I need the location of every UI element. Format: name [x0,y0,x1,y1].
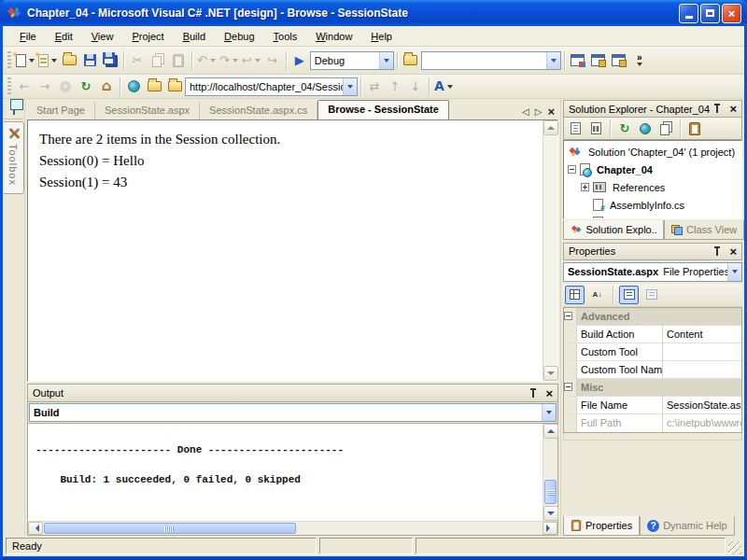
tab-class-view[interactable]: Class View [664,220,744,240]
output-channel-combo[interactable]: Build [29,403,557,422]
scroll-down-button[interactable] [543,506,558,521]
move-down-button[interactable]: ↓ [405,77,426,97]
menu-view[interactable]: View [82,28,123,45]
url-combo[interactable]: http://localhost/Chapter_04/SessionState… [185,77,358,96]
move-up-button[interactable]: ↑ [385,77,405,97]
start-debug-button[interactable]: ▶ [289,50,310,71]
show-all-files-button[interactable] [656,119,675,138]
menu-window[interactable]: Window [306,28,361,45]
menu-edit[interactable]: Edit [46,28,82,45]
add-item-button[interactable] [36,50,59,71]
new-project-button[interactable] [14,50,36,71]
cut-button[interactable]: ✂ [127,50,148,71]
property-row[interactable]: File Name SessionState.aspx [564,397,741,414]
properties-caption-bar[interactable]: Properties × [563,243,742,260]
properties-view-button[interactable] [619,286,639,304]
close-button[interactable]: × [722,4,741,23]
view-designer-button[interactable] [586,119,605,138]
combo-dropdown-button[interactable] [379,52,393,69]
minimize-button[interactable] [679,4,698,23]
pin-icon[interactable] [712,246,722,257]
output-text[interactable]: ---------------------- Done ------------… [28,424,543,521]
toolbox-tab[interactable]: Toolbox [4,121,24,194]
menu-debug[interactable]: Debug [215,28,263,45]
collapse-icon[interactable] [564,383,572,391]
collapse-icon[interactable] [568,165,576,174]
scroll-up-button[interactable] [543,120,558,135]
scroll-down-button[interactable] [543,366,558,381]
properties-button[interactable] [685,119,704,138]
collapse-icon[interactable] [564,312,572,320]
property-category-row[interactable]: Advanced [564,308,741,326]
tab-browse-sessionstate[interactable]: Browse - SessionState [317,100,449,119]
tab-solution-explorer[interactable]: Solution Explo... [563,220,664,240]
solution-configurations-combo[interactable]: Debug [310,51,394,70]
tab-start-page[interactable]: Start Page [27,102,95,119]
menu-help[interactable]: Help [361,28,402,45]
combo-dropdown-button[interactable] [546,52,560,69]
toolbox-toolbar-button[interactable] [609,50,629,71]
output-horizontal-scrollbar[interactable] [27,521,558,536]
property-value[interactable] [663,361,741,378]
categorized-button[interactable] [565,286,585,304]
property-value[interactable]: SessionState.aspx [663,397,741,413]
combo-dropdown-button[interactable] [343,78,357,95]
tab-scroll-left-button[interactable]: ◁ [522,106,529,117]
scrollbar-thumb[interactable] [544,480,557,504]
property-category-row[interactable]: Misc [564,379,741,397]
properties-window-toolbar-button[interactable] [588,50,609,71]
menu-file[interactable]: File [10,28,46,45]
tab-sessionstate-aspx-cs[interactable]: SessionState.aspx.cs [200,102,317,119]
scroll-right-button[interactable] [543,522,557,535]
web-stop-button[interactable]: × [55,77,76,97]
web-search-button[interactable] [123,77,144,97]
view-code-button[interactable] [566,119,585,138]
navigate-backward-button[interactable]: ↩ [240,50,262,71]
add-favorite-button[interactable] [164,77,185,97]
menu-build[interactable]: Build [174,28,215,45]
property-row[interactable]: Custom Tool Name [564,361,741,379]
close-document-button[interactable]: × [547,106,555,117]
server-explorer-tab[interactable] [13,103,15,114]
tree-item-project[interactable]: Chapter_04 [564,161,741,178]
alphabetical-button[interactable]: A↓ [587,286,607,304]
tree-item-references[interactable]: References [564,178,741,196]
toolbar-grip[interactable] [7,77,11,96]
title-bar[interactable]: Chapter_04 - Microsoft Visual C# .NET [d… [0,0,747,26]
save-button[interactable] [79,50,100,71]
refresh-button[interactable]: ↻ [615,119,634,138]
open-file-button[interactable] [59,50,79,71]
font-size-button[interactable]: A [432,77,455,97]
menu-project[interactable]: Project [122,28,173,45]
property-value[interactable] [663,343,741,360]
paste-button[interactable] [168,50,189,71]
solution-explorer-caption-bar[interactable]: Solution Explorer - Chapter_04 × [563,100,742,118]
resize-grip[interactable] [728,541,741,554]
properties-object-combo[interactable]: SessionState.aspxFile Properties [563,262,742,282]
tab-dynamic-help[interactable]: ? Dynamic Help [640,516,734,536]
web-refresh-button[interactable]: ↻ [76,77,96,97]
maximize-button[interactable] [700,4,720,23]
combo-dropdown-button[interactable] [542,404,556,421]
copy-web-button[interactable] [636,119,655,138]
property-row[interactable]: Custom Tool [564,343,741,361]
web-forward-button[interactable]: → [35,77,55,97]
redo-button[interactable]: ↷ [218,50,240,71]
tab-sessionstate-aspx[interactable]: SessionState.aspx [95,102,200,119]
pin-icon[interactable] [529,388,538,399]
property-row[interactable]: Full Path c:\inetpub\wwwroot [564,414,741,432]
output-vertical-scrollbar[interactable] [543,424,557,521]
tree-item-solution[interactable]: Solution 'Chapter_04' (1 project) [564,143,741,161]
tree-item-assemblyinfo[interactable]: # AssemblyInfo.cs [564,196,741,214]
expand-icon[interactable] [581,183,589,191]
browser-vertical-scrollbar[interactable] [543,120,557,381]
properties-close-button[interactable]: × [729,246,737,257]
navigate-forward-button[interactable]: ↪ [262,50,283,71]
scroll-up-button[interactable] [543,424,558,439]
output-caption-bar[interactable]: Output × [27,384,558,401]
pin-icon[interactable] [712,104,722,114]
favorites-button[interactable] [144,77,164,97]
tab-properties[interactable]: Properties [563,516,640,536]
scrollbar-thumb[interactable] [44,523,296,534]
web-home-button[interactable]: ⌂ [96,77,117,97]
